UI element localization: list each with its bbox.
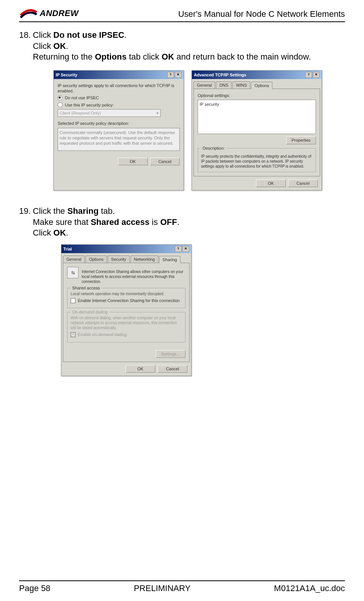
tab-content: ⇆ Internet Connection Sharing allows oth… <box>63 263 190 362</box>
tabs: General Options Security Networking Shar… <box>61 255 191 263</box>
logo-text: ANDREW <box>40 8 79 18</box>
description-text: IP security protects the confidentiality… <box>201 154 312 169</box>
help-icon[interactable]: ? <box>175 246 182 252</box>
page-footer: Page 58 PRELIMINARY M0121A1A_uc.doc <box>19 580 345 593</box>
dialog-titlebar: Trial ? ✕ <box>61 245 191 253</box>
optional-settings-label: Optional settings: <box>198 93 316 98</box>
tab-networking[interactable]: Networking <box>130 255 158 263</box>
content: 18.Click Do not use IPSEC. Click OK. Ret… <box>19 30 345 376</box>
page-header: ANDREW User's Manual for Node C Network … <box>19 8 345 22</box>
checkbox-icon <box>71 298 76 303</box>
trial-dialog: Trial ? ✕ General Options Security Netwo… <box>61 244 192 376</box>
cancel-button[interactable]: Cancel <box>288 179 318 187</box>
advanced-tcpip-dialog: Advanced TCP/IP Settings ? ✕ General DNS… <box>192 70 322 191</box>
tab-security[interactable]: Security <box>108 255 130 263</box>
description-label: Description: <box>201 145 226 151</box>
description-group: Description: IP security protects the co… <box>198 148 316 172</box>
on-demand-note: With on-demand dialing, when another com… <box>71 315 182 330</box>
step-number: 19. <box>19 206 33 217</box>
logo-swoosh-icon <box>19 8 38 19</box>
cancel-button[interactable]: Cancel <box>150 158 180 165</box>
help-icon[interactable]: ? <box>305 72 312 78</box>
step-19-line3: Click OK. <box>33 228 345 239</box>
tabs: General DNS WINS Options <box>192 81 322 89</box>
page-header-title: User's Manual for Node C Network Element… <box>178 9 345 19</box>
ok-button[interactable]: OK <box>118 158 148 165</box>
radio-do-not-use-ipsec[interactable]: Do not use IPSEC <box>58 95 180 100</box>
radio-use-policy[interactable]: Use this IP security policy: <box>58 102 180 108</box>
ok-button[interactable]: OK <box>126 365 155 373</box>
cancel-button[interactable]: Cancel <box>158 365 187 373</box>
close-icon[interactable]: ✕ <box>182 246 189 252</box>
dialog-title: Trial <box>63 246 72 252</box>
sharing-intro: Internet Connection Sharing allows other… <box>82 269 185 284</box>
policy-desc-label: Selected IP security policy description: <box>58 121 180 126</box>
enable-sharing-checkbox[interactable]: Enable Internet Connection Sharing for t… <box>71 298 182 303</box>
help-icon[interactable]: ? <box>167 72 174 78</box>
on-demand-dialing-group: On-demand dialing With on-demand dialing… <box>67 312 185 342</box>
tab-sharing[interactable]: Sharing <box>159 256 180 263</box>
step-19-line2: Make sure that Shared access is OFF. <box>33 217 345 228</box>
radio-icon <box>58 95 63 100</box>
ip-security-dialog: IP Security ? ✕ IP security settings app… <box>53 70 184 191</box>
close-icon[interactable]: ✕ <box>175 72 182 78</box>
step-number: 18. <box>19 30 33 41</box>
tab-general[interactable]: General <box>193 81 215 89</box>
footer-docid: M0121A1A_uc.doc <box>274 583 345 593</box>
shared-access-label: Shared access <box>71 285 101 291</box>
optional-settings-list[interactable]: IP security <box>198 100 316 134</box>
checkbox-icon <box>71 332 76 337</box>
chevron-down-icon: ▾ <box>156 110 159 116</box>
ip-security-intro: IP security settings apply to all connec… <box>58 83 180 94</box>
screenshots-row-1: IP Security ? ✕ IP security settings app… <box>53 70 345 191</box>
dialog-titlebar: Advanced TCP/IP Settings ? ✕ <box>192 71 322 79</box>
settings-button: Settings... <box>156 350 185 358</box>
ok-button[interactable]: OK <box>256 179 286 187</box>
dialog-title: IP Security <box>56 72 77 78</box>
shared-access-group: Shared access Local network operation ma… <box>67 288 185 308</box>
list-item[interactable]: IP security <box>200 102 314 107</box>
screenshot-3: Trial ? ✕ General Options Security Netwo… <box>61 244 345 376</box>
footer-page: Page 58 <box>19 583 50 593</box>
dialog-title: Advanced TCP/IP Settings <box>194 72 246 78</box>
policy-desc-text: Communicate normally (unsecured). Use th… <box>58 128 180 151</box>
sharing-icon: ⇆ <box>67 267 79 278</box>
tab-options[interactable]: Options <box>251 82 272 89</box>
dialog-titlebar: IP Security ? ✕ <box>54 71 184 79</box>
step-19: 19.Click the Sharing tab. Make sure that… <box>19 206 345 239</box>
shared-access-note: Local network operation may be momentari… <box>71 291 182 296</box>
policy-select[interactable]: Client (Respond Only) ▾ <box>58 109 161 117</box>
on-demand-label: On-demand dialing <box>71 309 109 315</box>
enable-on-demand-checkbox: Enable on-demand dialing <box>71 332 182 337</box>
tab-content: Optional settings: IP security Propertie… <box>193 89 320 176</box>
logo: ANDREW <box>19 8 79 19</box>
step-18: 18.Click Do not use IPSEC. Click OK. Ret… <box>19 30 345 63</box>
tab-dns[interactable]: DNS <box>216 81 232 89</box>
footer-status: PRELIMINARY <box>134 583 191 593</box>
step-18-line2: Click OK. <box>33 41 345 52</box>
properties-button[interactable]: Properties <box>286 136 316 144</box>
radio-icon <box>58 102 63 107</box>
tab-general[interactable]: General <box>63 255 85 263</box>
step-18-line3: Returning to the Options tab click OK an… <box>33 52 345 63</box>
close-icon[interactable]: ✕ <box>313 72 320 78</box>
tab-options[interactable]: Options <box>85 255 107 263</box>
tab-wins[interactable]: WINS <box>232 81 250 89</box>
